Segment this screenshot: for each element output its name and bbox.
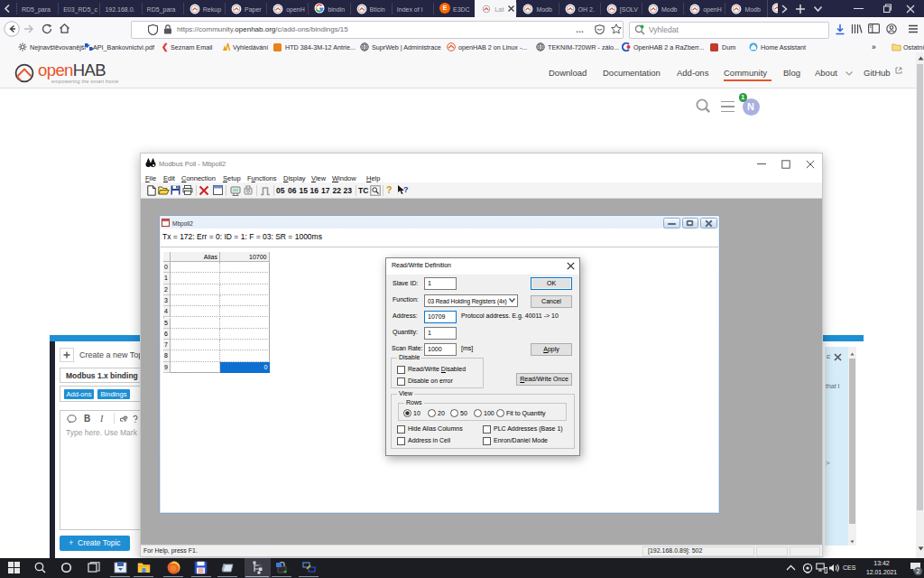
svg-text:?: ? xyxy=(403,185,409,194)
